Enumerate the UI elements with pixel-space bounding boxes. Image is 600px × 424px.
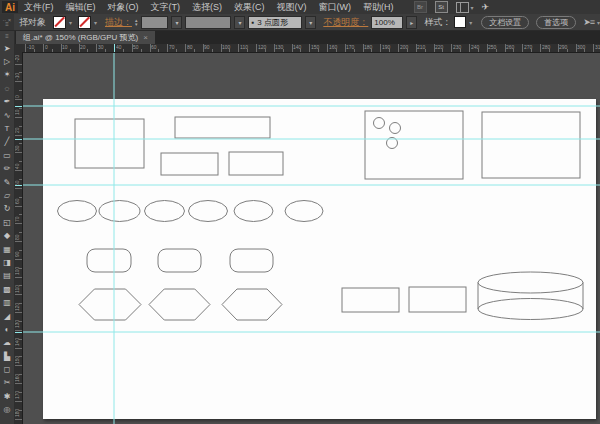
ellipse-shape[interactable] xyxy=(58,201,97,222)
rounded-rectangle-shape[interactable] xyxy=(87,249,131,272)
scale-tool[interactable]: ◱ xyxy=(0,216,14,229)
width-tool[interactable]: ◆ xyxy=(0,229,14,242)
rectangle-shape[interactable] xyxy=(365,111,463,179)
chevron-down-icon[interactable]: ▾ xyxy=(469,19,472,26)
ruler-tick xyxy=(496,49,497,52)
stroke-weight-stepper[interactable]: ▴▾ xyxy=(135,18,138,26)
lasso-tool[interactable]: ◌ xyxy=(0,82,14,95)
ellipse-shape[interactable] xyxy=(145,201,185,222)
line-segment-tool[interactable]: ╱ xyxy=(0,136,14,149)
menu-item-2[interactable]: 编辑(E) xyxy=(60,0,102,14)
vertical-ruler[interactable]: -20-100102030405060708090100110120130140… xyxy=(14,52,23,424)
brush-definition-field[interactable]: ▪ 3 点圆形 xyxy=(248,16,302,29)
width-profile-dropdown[interactable]: ▾ xyxy=(234,16,245,29)
magic-wand-tool[interactable]: ✶ xyxy=(0,69,14,82)
stroke-weight-dropdown[interactable]: ▾ xyxy=(171,16,182,29)
hexagon-shape[interactable] xyxy=(79,289,141,320)
stroke-weight-field[interactable] xyxy=(141,16,169,29)
paintbrush-tool[interactable]: ✏ xyxy=(0,163,14,176)
document-setup-button[interactable]: 文档设置 xyxy=(481,16,529,29)
tab-close-icon[interactable]: × xyxy=(143,33,148,42)
canvas[interactable] xyxy=(22,52,600,424)
slice-tool[interactable]: ✂ xyxy=(0,377,14,390)
hexagon-shape[interactable] xyxy=(149,289,210,320)
rotate-tool[interactable]: ↻ xyxy=(0,203,14,216)
rectangle-shape[interactable] xyxy=(482,112,580,178)
rectangle-tool[interactable]: ▭ xyxy=(0,149,14,162)
menu-item-4[interactable]: 文字(T) xyxy=(145,0,187,14)
bridge-icon[interactable]: Br xyxy=(414,1,427,13)
shape-builder-tool[interactable]: ◨ xyxy=(0,256,14,269)
rectangle-shape[interactable] xyxy=(409,287,466,312)
preferences-button[interactable]: 首选项 xyxy=(536,16,576,29)
width-profile-field[interactable] xyxy=(185,16,231,29)
symbol-sprayer-tool[interactable]: ☁ xyxy=(0,337,14,350)
hand-tool[interactable]: ✱ xyxy=(0,390,14,403)
selection-tool[interactable]: ➤ xyxy=(0,42,14,55)
share-icon[interactable]: ✈ xyxy=(482,2,490,12)
opacity-dropdown[interactable]: ▸ xyxy=(406,16,417,29)
ruler-label: 280 xyxy=(542,44,550,49)
rectangle-shape[interactable] xyxy=(175,117,270,138)
menu-item-6[interactable]: 效果(C) xyxy=(228,0,271,14)
menu-item-7[interactable]: 视图(V) xyxy=(271,0,313,14)
rectangle-shape[interactable] xyxy=(229,152,283,175)
rectangle-shape[interactable] xyxy=(342,288,399,312)
menu-item-9[interactable]: 帮助(H) xyxy=(357,0,400,14)
ruler-tick xyxy=(19,232,22,233)
column-graph-tool[interactable]: ▙ xyxy=(0,350,14,363)
cylinder-top-ellipse[interactable] xyxy=(478,272,583,293)
ellipse-shape[interactable] xyxy=(234,201,273,222)
gradient-tool[interactable]: ▥ xyxy=(0,296,14,309)
pen-tool[interactable]: ✒ xyxy=(0,96,14,109)
select-similar-icon[interactable]: ➤≡ xyxy=(583,17,594,27)
tools-panel-grip-icon[interactable]: ≡ xyxy=(5,30,9,42)
perspective-grid-tool[interactable]: ▤ xyxy=(0,270,14,283)
rectangle-shape[interactable] xyxy=(75,119,144,168)
panel-grip-icon[interactable]: ∙∙ ×≡ xyxy=(0,14,14,30)
horizontal-ruler[interactable]: -100102030405060708090100110120130140150… xyxy=(14,44,600,53)
opacity-field[interactable]: 100% xyxy=(371,16,403,29)
workspace-switcher[interactable]: ▾ xyxy=(456,2,474,13)
ruler-label: 220 xyxy=(435,44,443,49)
rounded-rectangle-shape[interactable] xyxy=(158,249,201,272)
eraser-tool[interactable]: ▱ xyxy=(0,189,14,202)
ellipse-shape[interactable] xyxy=(99,201,140,222)
curvature-tool[interactable]: ∿ xyxy=(0,109,14,122)
stroke-panel-link[interactable]: 描边： xyxy=(105,16,132,29)
circle-shape[interactable] xyxy=(390,123,401,134)
direct-selection-tool[interactable]: ▷ xyxy=(0,55,14,68)
opacity-panel-link[interactable]: 不透明度： xyxy=(323,16,368,29)
chevron-down-icon[interactable]: ▾ xyxy=(94,19,97,26)
type-tool[interactable]: T xyxy=(0,122,14,135)
rounded-rectangle-shape[interactable] xyxy=(230,249,273,272)
ruler-tick xyxy=(87,49,88,52)
mesh-tool[interactable]: ▩ xyxy=(0,283,14,296)
circle-shape[interactable] xyxy=(374,118,385,129)
artboard-tool[interactable]: ◻ xyxy=(0,363,14,376)
stroke-swatch-none[interactable] xyxy=(78,16,91,29)
blend-tool[interactable]: ◐ xyxy=(0,323,14,336)
brush-dropdown[interactable]: ▾ xyxy=(305,16,316,29)
menu-item-5[interactable]: 选择(S) xyxy=(186,0,228,14)
ruler-tick xyxy=(300,49,301,52)
rectangle-shape[interactable] xyxy=(161,153,218,175)
hexagon-shape[interactable] xyxy=(222,289,282,320)
cylinder-bottom-ellipse[interactable] xyxy=(478,299,583,320)
ellipse-shape[interactable] xyxy=(285,201,323,222)
ruler-label: 70 xyxy=(169,44,175,49)
free-transform-tool[interactable]: ▦ xyxy=(0,243,14,256)
fill-swatch-none[interactable] xyxy=(53,16,66,29)
chevron-down-icon[interactable]: ▾ xyxy=(69,19,72,26)
menu-item-1[interactable]: 文件(F) xyxy=(18,0,60,14)
ellipse-shape[interactable] xyxy=(189,201,228,222)
pencil-tool[interactable]: ✎ xyxy=(0,176,14,189)
menu-item-8[interactable]: 窗口(W) xyxy=(313,0,358,14)
menu-item-3[interactable]: 对象(O) xyxy=(102,0,145,14)
style-swatch[interactable] xyxy=(454,16,466,28)
stock-icon[interactable]: St xyxy=(435,1,448,13)
eyedropper-tool[interactable]: ◢ xyxy=(0,310,14,323)
zoom-tool[interactable]: ◎ xyxy=(0,404,14,417)
document-tab[interactable]: 组.ai* @ 150% (RGB/GPU 预览) × xyxy=(16,30,155,44)
selection-status-label: 择对象 xyxy=(19,16,46,29)
